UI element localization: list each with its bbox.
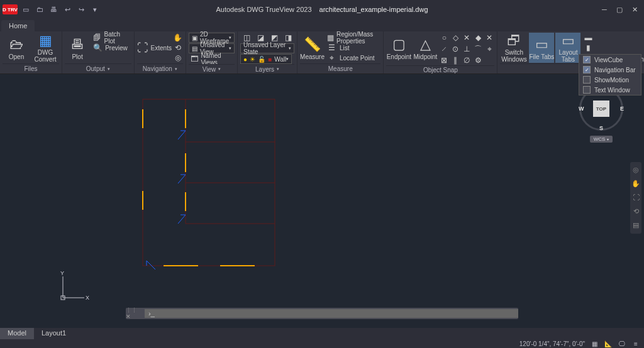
status-bar: 120'-0 1/4", 74'-7", 0'-0" ▦ 📐 🖵 ≡ <box>0 339 644 348</box>
ribbon-tabstrip: Home <box>0 19 644 31</box>
panel-osnap-title: Object Snap <box>423 67 458 73</box>
app-logo: D TRV <box>3 4 18 14</box>
viewcube-top-face[interactable]: TOP <box>593 101 609 117</box>
osnap-geo-icon[interactable]: ◇ <box>450 33 460 43</box>
plot-button[interactable]: 🖶 Plot <box>65 33 90 63</box>
tile-v-icon: ▮ <box>583 43 593 53</box>
tile-h-icon: ▬ <box>583 33 593 43</box>
viewcube-east[interactable]: E <box>620 106 624 112</box>
nav-wheel-icon[interactable]: ◎ <box>631 166 640 175</box>
osnap-ins-icon[interactable]: ⊙ <box>450 44 460 54</box>
dwg-convert-button[interactable]: ▦ DWG Convert <box>31 33 59 63</box>
tab-layout1[interactable]: Layout1 <box>34 328 74 339</box>
status-scale-icon[interactable]: 📐 <box>604 340 613 347</box>
cmdbar-handle[interactable]: ⋮⋮ ✕ <box>126 307 143 320</box>
osnap-near-icon[interactable]: ⌖ <box>484 44 494 54</box>
panel-view-title: View <box>203 66 216 73</box>
menu-navbar[interactable]: ✓ Navigation Bar <box>579 65 641 75</box>
cube-icon: ▣ <box>192 35 197 41</box>
nav-showmotion-icon[interactable]: ▤ <box>631 221 640 230</box>
nav-zoom-icon[interactable]: ⛶ <box>631 193 640 202</box>
layout-tabs-button[interactable]: ▭ Layout Tabs <box>555 33 580 63</box>
osnap-center-icon[interactable]: ○ <box>439 33 449 43</box>
batch-plot-icon: 🗐 <box>92 33 101 43</box>
qat-dropdown-icon[interactable]: ▾ <box>89 4 101 15</box>
status-menu-icon[interactable]: ≡ <box>631 340 640 347</box>
osnap-tan-icon[interactable]: ⌒ <box>473 44 483 54</box>
osnap-perp-icon[interactable]: ⊥ <box>462 44 472 54</box>
menu-showmotion[interactable]: ✓ ShowMotion <box>579 75 641 85</box>
osnap-app-icon[interactable]: ⊠ <box>439 55 449 65</box>
locate-icon: ⌖ <box>327 53 337 63</box>
qat-open-icon[interactable]: 🗀 <box>34 4 45 15</box>
nav-pan-icon[interactable]: ✋ <box>631 180 640 188</box>
wcs-badge[interactable]: WCS▾ <box>590 136 613 143</box>
osnap-none-icon[interactable]: ∅ <box>462 55 472 65</box>
viewcube[interactable]: N S E W TOP WCS▾ <box>576 87 626 150</box>
midpoint-button[interactable]: △ Midpoint <box>413 33 438 63</box>
osnap-node-icon[interactable]: ✕ <box>462 33 472 43</box>
qat-plot-icon[interactable]: 🖶 <box>48 4 59 15</box>
navigation-bar: ◎ ✋ ⛶ ⟲ ▤ <box>630 162 641 234</box>
tab-home[interactable]: Home <box>1 20 35 31</box>
coordinates-readout: 120'-0 1/4", 74'-7", 0'-0" <box>519 340 585 347</box>
open-folder-icon: 🗁 <box>9 36 23 53</box>
wheel-icon[interactable]: ◎ <box>173 53 183 63</box>
maximize-button[interactable]: ▢ <box>613 4 626 14</box>
named-views-button[interactable]: 🗔 Named Views <box>189 54 235 64</box>
osnap-par-icon[interactable]: ∥ <box>450 55 460 65</box>
locate-button[interactable]: ⌖ Locate Point <box>326 53 380 63</box>
viewcube-west[interactable]: W <box>579 106 584 112</box>
menu-viewcube[interactable]: ✓ ViewCube <box>579 55 641 65</box>
tile-h-button[interactable]: ▬ <box>582 33 621 43</box>
tile-v-button[interactable]: ▮ <box>582 43 621 53</box>
extents-button[interactable]: ⛶ Extents <box>137 33 172 63</box>
ui-dropdown-menu: ✓ ViewCube ✓ Navigation Bar ✓ ShowMotion… <box>579 54 641 95</box>
qat-undo-icon[interactable]: ↩ <box>62 4 73 15</box>
panel-measure: 📏 Measure ▦ Region/Mass Properties ☰ Lis… <box>297 31 384 73</box>
endpoint-button[interactable]: ▢ Endpoint <box>386 33 411 63</box>
ucs-icon: X Y <box>58 271 89 303</box>
osnap-ext-icon[interactable]: ⟋ <box>439 44 449 54</box>
list-button[interactable]: ☰ List <box>326 43 380 53</box>
pan-icon[interactable]: ✋ <box>173 33 183 43</box>
panel-view: ▣ 2D Wireframe ▾ ▤ Unsaved View ▾ 🗔 Name… <box>186 31 238 73</box>
viewcube-south[interactable]: S <box>599 125 603 131</box>
minimize-button[interactable]: ─ <box>597 4 611 14</box>
bulb-icon: ● <box>243 56 247 63</box>
osnap-int-icon[interactable]: ✕ <box>484 33 494 43</box>
status-monitor-icon[interactable]: 🖵 <box>618 340 626 347</box>
drawing-canvas[interactable]: X Y N S E W TOP WCS▾ ◎ ✋ ⛶ ⟲ ▤ ⋮⋮ ✕ ›_ <box>0 74 644 328</box>
region-button[interactable]: ▦ Region/Mass Properties <box>326 33 380 43</box>
command-input[interactable] <box>158 309 518 318</box>
preview-icon: 🔍 <box>92 43 103 53</box>
batch-plot-button[interactable]: 🗐 Batch Plot <box>91 33 131 43</box>
title-bar: D TRV ▭ 🗀 🖶 ↩ ↪ ▾ Autodesk DWG TrueView … <box>0 0 644 19</box>
svg-text:X: X <box>86 295 89 301</box>
layouttabs-icon: ▭ <box>562 33 575 49</box>
view-icon: ▤ <box>192 45 197 52</box>
checkbox-checked-icon: ✓ <box>583 66 591 73</box>
switch-windows-button[interactable]: 🗗 Switch Windows <box>500 33 528 63</box>
open-button[interactable]: 🗁 Open <box>3 33 30 63</box>
osnap-quad-icon[interactable]: ◆ <box>473 33 483 43</box>
nav-orbit-icon[interactable]: ⟲ <box>631 207 640 216</box>
preview-button[interactable]: 🔍 Preview <box>91 43 131 53</box>
app-title: Autodesk DWG TrueView 2023 <box>216 6 311 13</box>
close-button[interactable]: ✕ <box>628 4 641 14</box>
layer-state-dropdown[interactable]: Unsaved Layer State ▾ <box>240 43 294 53</box>
status-grid-icon[interactable]: ▦ <box>590 340 599 347</box>
measure-button[interactable]: 📏 Measure <box>300 33 325 63</box>
file-tabs-button[interactable]: ▭ File Tabs <box>529 33 554 63</box>
panel-nav-title: Navigation <box>143 65 172 72</box>
current-layer-dropdown[interactable]: ● ☀ 🔓 ■ Wall ▾ <box>240 54 292 64</box>
tab-model[interactable]: Model <box>0 328 34 339</box>
menu-textwin[interactable]: ✓ Text Window <box>579 85 641 95</box>
qat-redo-icon[interactable]: ↪ <box>75 4 87 15</box>
osnap-set-icon[interactable]: ⚙ <box>473 55 483 65</box>
qat-new-icon[interactable]: ▭ <box>20 4 31 15</box>
orbit-icon[interactable]: ⟲ <box>173 43 183 53</box>
file-title: architectural_example-imperial.dwg <box>319 6 428 13</box>
switch-icon: 🗗 <box>507 33 521 49</box>
panel-measure-title: Measure <box>328 65 353 72</box>
